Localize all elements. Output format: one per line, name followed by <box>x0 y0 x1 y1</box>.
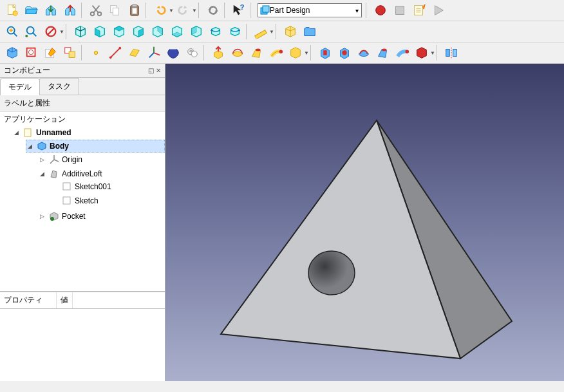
refresh-button[interactable] <box>204 1 222 19</box>
datum-line-button[interactable] <box>106 44 124 62</box>
part-icon <box>283 24 297 39</box>
macro-record-button[interactable] <box>371 1 390 19</box>
collapse-icon[interactable]: ◢ <box>40 171 46 177</box>
pad-icon <box>211 46 225 60</box>
tree-item-pocket[interactable]: ▷Pocket <box>39 210 165 222</box>
part-button[interactable] <box>281 23 299 41</box>
sub-loft-button[interactable] <box>374 44 392 62</box>
svg-rect-25 <box>255 30 267 39</box>
pad-button[interactable] <box>209 44 227 62</box>
edit-sketch-button[interactable] <box>42 44 60 62</box>
svg-point-13 <box>375 6 385 15</box>
cube-iso-icon <box>73 24 88 39</box>
tree-item-sketch[interactable]: Sketch <box>52 195 165 207</box>
view-top-button[interactable] <box>110 23 128 41</box>
collapse-icon[interactable]: ◢ <box>14 129 21 136</box>
save-button[interactable] <box>42 1 60 19</box>
tree-item-origin[interactable]: ▷Origin <box>39 154 165 165</box>
view-right-button[interactable] <box>129 23 147 41</box>
cube-rear-icon <box>151 24 165 39</box>
undo-button[interactable] <box>151 1 169 19</box>
clone-button[interactable] <box>183 44 202 62</box>
mirror-button[interactable] <box>442 44 460 62</box>
copy-button[interactable] <box>106 1 124 19</box>
paste-button[interactable] <box>126 1 144 19</box>
view-rear-button[interactable] <box>149 23 167 41</box>
datum-plane-button[interactable] <box>126 44 144 62</box>
tab-task[interactable]: タスク <box>39 78 79 95</box>
view-front-button[interactable] <box>91 23 109 41</box>
new-file-button[interactable] <box>3 1 21 19</box>
open-file-button[interactable] <box>23 1 41 19</box>
revolution-icon <box>230 46 245 60</box>
measure-button[interactable] <box>252 23 270 41</box>
additive-loft-button[interactable] <box>248 44 266 62</box>
svg-rect-8 <box>132 5 136 7</box>
create-body-button[interactable] <box>3 44 21 62</box>
zoom-fit-button[interactable] <box>3 23 21 41</box>
svg-point-37 <box>189 50 191 51</box>
datum-cs-button[interactable] <box>145 44 163 62</box>
cube-rotr-icon <box>228 24 242 39</box>
sketch-map-icon <box>63 46 77 60</box>
folder-open-icon <box>24 3 39 17</box>
record-icon <box>373 3 388 17</box>
svg-rect-12 <box>263 6 269 12</box>
additive-pipe-button[interactable] <box>267 44 285 62</box>
expand-icon[interactable]: ▷ <box>40 213 46 219</box>
pocket-button[interactable] <box>316 44 334 62</box>
svg-point-46 <box>406 50 409 53</box>
view-left-button[interactable] <box>187 23 205 41</box>
hole-button[interactable] <box>335 44 353 62</box>
group-button[interactable] <box>301 23 319 41</box>
shapebinder-button[interactable] <box>164 44 182 62</box>
collapse-icon[interactable]: ◢ <box>28 143 34 149</box>
dropdown-arrow-icon[interactable]: ▼ <box>192 8 197 14</box>
separator <box>66 24 70 39</box>
dropdown-arrow-icon[interactable]: ▼ <box>59 29 64 35</box>
dropdown-arrow-icon[interactable]: ▼ <box>430 50 435 56</box>
sub-prim-button[interactable] <box>413 44 431 62</box>
view-rotleft-button[interactable] <box>207 23 225 41</box>
sub-pipe-button[interactable] <box>393 44 411 62</box>
view-rotright-button[interactable] <box>226 23 244 41</box>
draw-style-button[interactable] <box>42 23 60 41</box>
tree-item-sketch001[interactable]: Sketch001 <box>52 181 165 192</box>
cut-button[interactable] <box>87 1 105 19</box>
expand-icon[interactable]: ▷ <box>40 156 46 163</box>
macro-stop-button[interactable] <box>391 1 409 19</box>
redo-button[interactable] <box>174 1 193 19</box>
create-sketch-button[interactable] <box>23 44 41 62</box>
whats-this-button[interactable]: ? <box>230 1 248 19</box>
dropdown-arrow-icon[interactable]: ▼ <box>269 29 274 35</box>
stop-icon <box>393 3 407 17</box>
view-iso-button[interactable] <box>71 23 89 41</box>
datum-point-button[interactable] <box>87 44 105 62</box>
revolution-button[interactable] <box>229 44 247 62</box>
macro-list-button[interactable] <box>410 1 428 19</box>
workbench-selector[interactable]: Part Design ▾ <box>258 3 362 17</box>
tree-item-document[interactable]: ◢Unnamed <box>13 127 165 138</box>
tree-item-app[interactable]: アプリケーション <box>3 113 165 126</box>
panel-titlebar: コンボビュー ◱ ✕ <box>0 64 165 78</box>
macro-run-button[interactable] <box>429 1 447 19</box>
zoom-selection-button[interactable] <box>23 23 41 41</box>
additive-prim-button[interactable] <box>287 44 305 62</box>
3d-viewport[interactable] <box>165 64 564 381</box>
dropdown-arrow-icon[interactable]: ▼ <box>304 50 309 56</box>
tree-item-body[interactable]: ◢Body <box>26 140 165 153</box>
model-tree[interactable]: アプリケーション ◢Unnamed ◢Body ▷Origin ◢Additiv… <box>0 112 165 291</box>
dropdown-arrow-icon[interactable]: ▼ <box>169 8 174 14</box>
svg-text:?: ? <box>240 3 245 11</box>
save-as-button[interactable] <box>61 1 79 19</box>
panel-controls[interactable]: ◱ ✕ <box>148 67 161 74</box>
groove-button[interactable] <box>355 44 373 62</box>
view-bottom-button[interactable] <box>168 23 186 41</box>
svg-rect-30 <box>69 51 75 57</box>
map-sketch-button[interactable] <box>61 44 79 62</box>
folder-icon <box>303 24 317 39</box>
tab-model[interactable]: モデル <box>0 79 40 95</box>
tree-item-loft[interactable]: ◢AdditiveLoft <box>39 168 165 180</box>
undo-icon <box>153 3 167 17</box>
svg-point-36 <box>191 51 197 57</box>
